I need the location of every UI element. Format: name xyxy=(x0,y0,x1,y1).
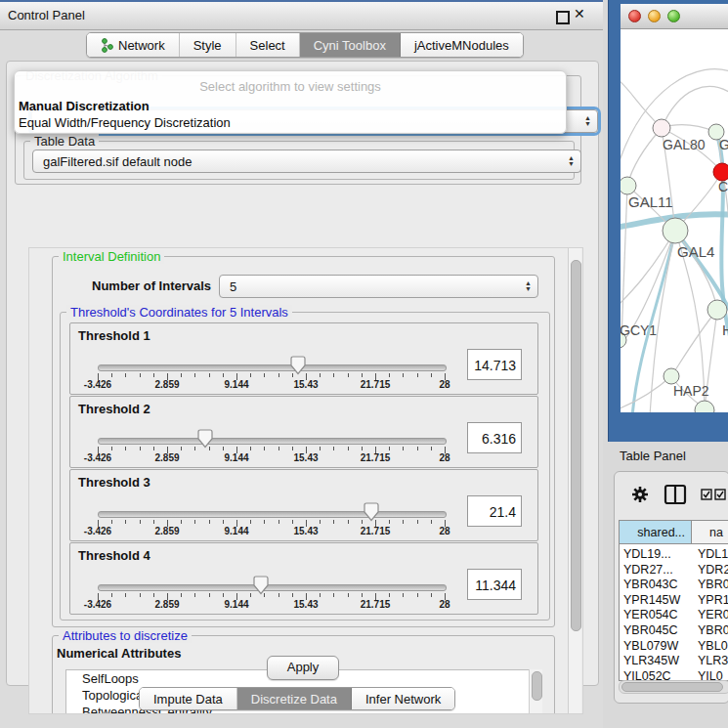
table-panel-window: shared...naYDL19...YDL1YDR27...YDR2YBR04… xyxy=(614,471,728,704)
tab-infer-network[interactable]: Infer Network xyxy=(352,688,454,709)
network-edge[interactable] xyxy=(650,231,675,412)
zoom-light-icon[interactable] xyxy=(667,10,680,22)
slider-scale-label: 28 xyxy=(417,599,472,610)
table-cell[interactable]: YPR1 xyxy=(698,593,728,607)
tab-select[interactable]: Select xyxy=(236,33,300,57)
attributes-scrollbar-thumb[interactable] xyxy=(532,671,542,701)
table-cell[interactable]: YER0 xyxy=(698,608,728,621)
slider-tick xyxy=(320,373,321,377)
table-hscrollbar-thumb[interactable] xyxy=(621,682,723,692)
tab-cyni-toolbox[interactable]: Cyni Toolbox xyxy=(300,33,401,57)
network-edge[interactable] xyxy=(662,87,728,128)
minimize-light-icon[interactable] xyxy=(648,10,661,22)
table-data-combobox[interactable]: galFiltered.sif default node ▲▼ xyxy=(32,150,581,173)
combo-stepper-icon[interactable]: ▲▼ xyxy=(584,110,591,132)
tab-style[interactable]: Style xyxy=(180,33,236,57)
settings-scrollbar[interactable] xyxy=(568,248,581,713)
attributes-scrollbar[interactable] xyxy=(529,669,542,714)
table-cell[interactable]: YBL0 xyxy=(698,639,728,653)
tab-discretize-data[interactable]: Discretize Data xyxy=(237,688,352,709)
slider-thumb[interactable] xyxy=(290,356,306,375)
slider-thumb[interactable] xyxy=(253,576,269,595)
interval-definition-group: Interval Definition Number of Intervals … xyxy=(52,256,555,627)
number-of-intervals-combobox[interactable]: 5 ▲▼ xyxy=(219,275,538,298)
network-node[interactable] xyxy=(664,368,679,384)
algorithm-option[interactable]: Equal Width/Frequency Discretization xyxy=(19,115,231,130)
algorithm-option[interactable]: Manual Discretization xyxy=(19,99,150,113)
slider-scale-label: 15.43 xyxy=(278,526,333,536)
threshold-value-field[interactable]: 11.344 xyxy=(467,569,522,600)
slider-scale-label: 2.859 xyxy=(140,526,194,536)
slider-track[interactable] xyxy=(98,364,447,371)
table-cell[interactable]: YER054C xyxy=(623,608,678,621)
threshold-value-field[interactable]: 21.4 xyxy=(467,495,522,527)
panel-title: Control Panel xyxy=(8,8,85,22)
settings-gear-icon[interactable] xyxy=(630,485,650,504)
threshold-value-field[interactable]: 6.316 xyxy=(467,422,522,453)
table-cell[interactable]: YBR0 xyxy=(698,623,728,637)
algorithm-placeholder: Select algorithm to view settings xyxy=(15,79,566,94)
close-light-icon[interactable] xyxy=(628,10,641,22)
slider-scale-label: 9.144 xyxy=(209,526,264,536)
table-panel-title: Table Panel xyxy=(620,449,686,463)
network-edge[interactable] xyxy=(632,231,675,412)
table-cell[interactable]: YBR0 xyxy=(698,578,728,591)
slider-track[interactable] xyxy=(98,438,447,445)
network-node[interactable] xyxy=(653,119,670,137)
tab-label: Impute Data xyxy=(153,692,223,707)
slider-track[interactable] xyxy=(98,511,447,518)
table-cell[interactable]: YDL1 xyxy=(698,547,728,561)
network-edge[interactable] xyxy=(627,128,662,186)
slider-scale-label: 9.144 xyxy=(209,379,264,390)
network-edge[interactable] xyxy=(621,376,671,410)
tab-network[interactable]: Network xyxy=(87,33,180,57)
screen: Control Panel ✕ NetworkStyleSelectCyni T… xyxy=(0,0,728,728)
combo-stepper-icon[interactable]: ▲▼ xyxy=(525,276,532,297)
tab-jactivemnodules[interactable]: jActiveMNodules xyxy=(401,33,523,57)
table-cell[interactable]: YDL19... xyxy=(623,547,671,561)
slider-scale-label: -3.426 xyxy=(70,599,125,610)
table-column-header[interactable]: na xyxy=(692,521,728,544)
table-cell[interactable]: YPR145W xyxy=(623,593,680,607)
node-table[interactable]: shared...naYDL19...YDL1YDR27...YDR2YBR04… xyxy=(619,520,728,681)
network-canvas[interactable]: GAL80GACGAL11GAL4GCY1HHAP2 xyxy=(621,29,728,412)
slider-tick xyxy=(362,447,363,450)
table-cell[interactable]: YBR043C xyxy=(623,578,678,591)
split-columns-icon[interactable] xyxy=(664,484,687,505)
slider-tick xyxy=(250,520,251,524)
network-edge[interactable] xyxy=(621,80,662,128)
threshold-value-field[interactable]: 14.713 xyxy=(467,349,522,380)
network-node[interactable] xyxy=(621,177,636,194)
network-node[interactable] xyxy=(707,300,727,320)
apply-button[interactable]: Apply xyxy=(267,656,339,680)
table-data-group: Table Data galFiltered.sif default node … xyxy=(23,141,575,180)
table-cell[interactable]: YBL079W xyxy=(623,639,678,653)
table-cell[interactable]: YLR345W xyxy=(623,654,679,667)
slider-tick xyxy=(223,520,224,524)
slider-scale-label: 21.715 xyxy=(348,379,403,390)
table-cell[interactable]: YDR2 xyxy=(698,563,728,577)
table-cell[interactable]: YDR27... xyxy=(623,563,673,577)
network-node[interactable] xyxy=(695,401,714,412)
network-node[interactable] xyxy=(663,218,688,243)
checkboxes-icon[interactable] xyxy=(701,489,726,500)
float-window-icon[interactable] xyxy=(556,11,570,24)
table-hscrollbar[interactable] xyxy=(619,680,728,694)
table-column-header[interactable]: shared... xyxy=(620,521,692,544)
network-edge[interactable] xyxy=(621,69,728,176)
slider-thumb[interactable] xyxy=(364,502,379,522)
slider-thumb[interactable] xyxy=(197,429,213,449)
settings-scrollbar-thumb[interactable] xyxy=(571,260,581,631)
table-cell[interactable]: YLR3 xyxy=(698,654,728,667)
slider-tick xyxy=(209,520,210,524)
slider-scale-label: 9.144 xyxy=(209,452,264,463)
threshold-panel: Threshold 1-3.4262.8599.14415.4321.71528… xyxy=(69,322,538,395)
tab-impute-data[interactable]: Impute Data xyxy=(140,688,237,709)
slider-tick xyxy=(333,373,334,377)
slider-track[interactable] xyxy=(98,584,447,591)
threshold-panel: Threshold 3-3.4262.8599.14415.4321.71528… xyxy=(69,469,538,541)
combo-stepper-icon[interactable]: ▲▼ xyxy=(568,150,575,172)
network-edge[interactable] xyxy=(621,186,627,340)
table-cell[interactable]: YBR045C xyxy=(623,623,678,637)
close-icon[interactable]: ✕ xyxy=(574,6,585,21)
